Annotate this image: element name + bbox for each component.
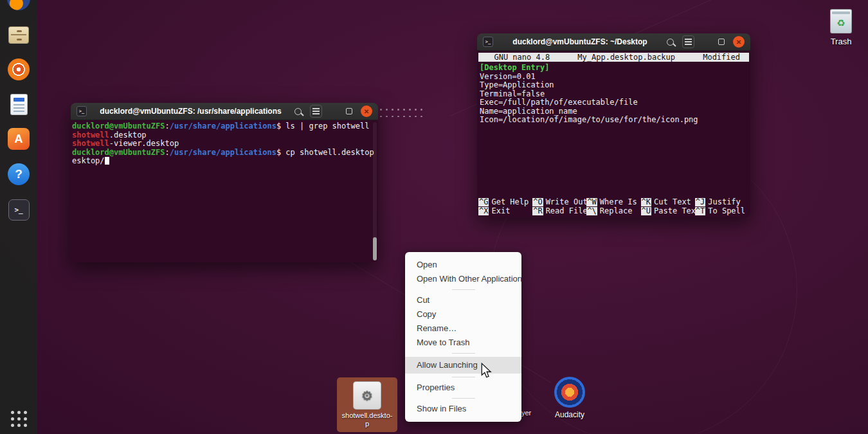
nano-window-titlebar[interactable]: >_ ducklord@vmUbuntuZFS: ~/Desktop ✕ [477, 33, 750, 51]
nano-shortcut-bar: ^GGet Help ^OWrite Out ^WWhere Is ^KCut … [478, 198, 749, 215]
nano-shortcut[interactable]: ^KCut Text [641, 198, 695, 207]
nano-line: Icon=/location/of/image/to/use/for/the/i… [480, 116, 748, 125]
nano-shortcut[interactable]: ^OWrite Out [532, 198, 586, 207]
menu-separator [452, 289, 475, 290]
nano-shortcut[interactable]: ^\Replace [586, 207, 640, 216]
help-icon: ? [8, 163, 30, 185]
hamburger-menu-icon[interactable] [310, 105, 322, 118]
shell-window-title: ducklord@vmUbuntuZFS: /usr/share/applica… [93, 107, 289, 116]
nano-line: Exec=/full/path/of/executable/file [480, 98, 748, 107]
menu-separator [452, 398, 475, 399]
scrollbar-thumb[interactable] [373, 237, 377, 260]
dock-item-rhythmbox[interactable] [7, 58, 30, 81]
scrollbar[interactable] [373, 122, 377, 260]
menu-item-rename[interactable]: Rename… [405, 321, 521, 336]
desktop-icon-label: Audacity [550, 411, 589, 419]
dock-item-files[interactable] [7, 23, 30, 46]
close-icon[interactable]: ✕ [361, 105, 372, 117]
libreoffice-writer-icon [10, 94, 28, 115]
menu-item-open[interactable]: Open [405, 258, 521, 272]
files-icon [8, 26, 29, 44]
dock-item-ubuntu-software[interactable]: A [7, 127, 30, 150]
nano-status: Modified [703, 53, 740, 62]
desktop-icon-label-partial: yer [521, 409, 531, 417]
terminal-output: ducklord@vmUbuntuZFS:/usr/share/applicat… [71, 120, 378, 262]
recycle-icon: ♻ [836, 17, 845, 29]
menu-item-open-with-other-application[interactable]: Open With Other Application [405, 272, 521, 286]
desktop-file-icon: ⚙ [353, 381, 381, 410]
trash-desktop-icon[interactable]: ♻ Trash [818, 9, 864, 46]
dock-item-firefox[interactable] [7, 0, 30, 10]
terminal-app-icon: >_ [483, 37, 493, 47]
nano-line: Type=Application [480, 81, 748, 90]
menu-item-move-to-trash[interactable]: Move to Trash [405, 336, 521, 350]
terminal-line: shotwell.desktop [72, 131, 377, 140]
close-icon[interactable]: ✕ [733, 36, 745, 48]
trash-icon: ♻ [830, 9, 852, 33]
wallpaper-pattern-dots [378, 106, 424, 117]
nano-shortcut[interactable]: ^RRead File [532, 207, 586, 216]
dock-item-libreoffice-writer[interactable] [7, 93, 30, 116]
trash-label: Trash [818, 37, 864, 46]
nano-shortcut[interactable]: ^UPaste Tex [641, 207, 695, 216]
maximize-icon[interactable] [346, 108, 352, 114]
terminal-cursor [105, 157, 109, 165]
desktop-icon-label: p [337, 420, 397, 428]
mouse-cursor [480, 363, 492, 381]
nano-shortcut[interactable]: ^TTo Spell [695, 207, 749, 216]
terminal-line: shotwell-viewer.desktop [72, 140, 377, 149]
nano-window-title: ducklord@vmUbuntuZFS: ~/Desktop [499, 37, 661, 46]
nano-shortcut[interactable]: ^XExit [478, 207, 532, 216]
desktop-icon-shotwell-desktop[interactable]: ⚙ shotwell.deskto- p [337, 377, 397, 432]
shell-window-titlebar[interactable]: >_ ducklord@vmUbuntuZFS: /usr/share/appl… [71, 103, 378, 120]
menu-item-show-in-files[interactable]: Show in Files [405, 402, 521, 416]
menu-item-cut[interactable]: Cut [405, 293, 521, 307]
nano-shortcut[interactable]: ^GGet Help [478, 198, 532, 207]
desktop-icon-label: shotwell.deskto- [337, 411, 397, 420]
menu-item-properties[interactable]: Properties [405, 381, 521, 395]
terminal-icon: >_ [8, 199, 30, 221]
dock-item-terminal[interactable]: >_ [7, 198, 30, 221]
ubuntu-software-icon: A [8, 128, 30, 150]
maximize-icon[interactable] [718, 39, 725, 45]
firefox-icon [7, 0, 30, 10]
nano-shortcut[interactable]: ^WWhere Is [586, 198, 640, 207]
nano-line: Name=application_name [480, 107, 748, 116]
gear-icon: ⚙ [361, 392, 373, 400]
desktop-icon-audacity[interactable]: Audacity [550, 377, 589, 419]
nano-terminal-window: >_ ducklord@vmUbuntuZFS: ~/Desktop ✕ GNU… [477, 33, 750, 217]
terminal-line: ducklord@vmUbuntuZFS:/usr/share/applicat… [72, 149, 377, 158]
menu-separator [452, 353, 475, 354]
context-menu: Open Open With Other Application Cut Cop… [405, 252, 521, 422]
nano-shortcut[interactable]: ^JJustify [695, 198, 749, 207]
window-controls: ✕ [294, 105, 372, 118]
menu-item-copy[interactable]: Copy [405, 307, 521, 321]
dock-item-show-applications[interactable] [7, 407, 30, 430]
terminal-app-icon: >_ [77, 106, 87, 116]
nano-version: GNU nano 4.8 [485, 53, 550, 62]
nano-titlebar: GNU nano 4.8 My_App.desktop.backup Modif… [478, 53, 749, 62]
search-icon[interactable] [667, 39, 674, 46]
terminal-line: esktop/ [72, 157, 377, 166]
window-controls: ✕ [667, 35, 745, 48]
trash-lid [832, 12, 850, 14]
shell-terminal-window: >_ ducklord@vmUbuntuZFS: /usr/share/appl… [71, 103, 378, 262]
rhythmbox-icon [8, 59, 30, 80]
nano-line: [Desktop Entry] [480, 64, 748, 73]
terminal-line: ducklord@vmUbuntuZFS:/usr/share/applicat… [72, 122, 377, 131]
nano-editor: GNU nano 4.8 My_App.desktop.backup Modif… [477, 51, 750, 217]
hamburger-menu-icon[interactable] [682, 35, 694, 48]
dock: A ? >_ [0, 0, 37, 434]
menu-item-allow-launching[interactable]: Allow Launching [405, 357, 521, 374]
nano-line: Version=0.01 [480, 73, 748, 82]
show-applications-icon [11, 411, 27, 427]
nano-file-content: [Desktop Entry] Version=0.01 Type=Applic… [480, 64, 748, 125]
audacity-icon [554, 377, 585, 408]
dock-item-help[interactable]: ? [7, 163, 30, 186]
nano-line: Terminal=false [480, 90, 748, 99]
search-icon[interactable] [294, 108, 302, 115]
nano-filename: My_App.desktop.backup [577, 53, 675, 62]
menu-separator [452, 377, 475, 377]
